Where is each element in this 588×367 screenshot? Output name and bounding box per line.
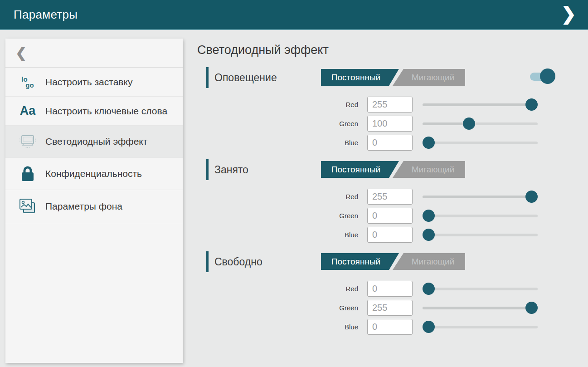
green-slider[interactable] [423,300,538,316]
red-slider[interactable] [423,189,538,205]
section-accent-bar [206,159,209,180]
lock-icon [17,165,38,182]
red-slider[interactable] [423,97,538,113]
background-images-icon [17,197,38,215]
blue-input[interactable] [367,135,413,151]
slider-track [423,103,538,106]
blue-input[interactable] [367,227,413,243]
logo-icon: logo [17,76,38,88]
green-label: Green [197,120,358,127]
notification-switch[interactable] [530,69,555,84]
green-label: Green [197,212,358,220]
blue-label: Blue [197,323,358,331]
section-label: Занято [214,164,248,176]
mode-constant-button[interactable]: Постоянный [321,69,399,86]
mode-blinking-button[interactable]: Мигающий [393,253,465,270]
slider-knob[interactable] [423,137,435,149]
slider-knob[interactable] [423,210,435,222]
section-label: Свободно [214,256,262,268]
mode-constant-button[interactable]: Постоянный [321,161,399,178]
blue-row: Blue [197,135,588,151]
section-accent-bar [206,251,209,272]
slider-track [423,196,538,198]
red-label: Red [197,285,358,293]
red-input[interactable] [367,189,413,205]
slider-track [423,326,538,328]
sidebar: ❮ logo Настроить заставку Aa Настроить к… [5,39,183,363]
app-header: Параметры ❯ [0,0,588,30]
slider-track [423,122,538,125]
sidebar-item-privacy[interactable]: Конфиденциальность [5,158,183,190]
green-slider[interactable] [423,208,538,224]
slider-track [423,142,538,144]
slider-track [423,215,538,217]
switch-knob [540,69,555,84]
mode-blinking-button[interactable]: Мигающий [393,161,465,178]
red-label: Red [197,193,358,201]
sidebar-item-background[interactable]: Параметры фона [5,190,183,223]
red-row: Red [197,189,588,205]
sidebar-item-led-effect[interactable]: Светодиодный эффект [5,126,183,158]
green-slider[interactable] [423,116,538,132]
red-input[interactable] [367,97,413,113]
sidebar-item-label: Светодиодный эффект [45,136,147,147]
red-input[interactable] [367,281,413,297]
blue-slider[interactable] [423,135,538,151]
section-accent-bar [206,67,209,88]
section-notification: Оповещение Постоянный Мигающий Red Green [197,67,588,151]
blue-row: Blue [197,319,588,335]
sidebar-item-label: Настроить заставку [45,76,132,88]
sidebar-item-label: Настроить ключевые слова [45,105,167,117]
page-title: Параметры [14,8,78,22]
sidebar-item-keywords[interactable]: Aa Настроить ключевые слова [5,97,183,126]
sidebar-back-button[interactable]: ❮ [5,39,183,68]
section-busy: Занято Постоянный Мигающий Red Green [197,159,588,243]
green-input[interactable] [367,300,413,316]
slider-knob[interactable] [423,229,435,241]
mode-constant-button[interactable]: Постоянный [321,253,399,270]
slider-track [423,307,538,309]
red-row: Red [197,97,588,113]
green-label: Green [197,304,358,312]
sidebar-item-label: Параметры фона [45,201,122,212]
mode-blinking-button[interactable]: Мигающий [393,69,465,86]
slider-knob[interactable] [423,321,435,333]
slider-knob[interactable] [525,191,538,203]
slider-knob[interactable] [525,98,538,111]
slider-knob[interactable] [525,302,538,314]
blue-input[interactable] [367,319,413,335]
blue-slider[interactable] [423,319,538,335]
section-label: Оповещение [214,72,277,84]
slider-knob[interactable] [423,283,435,295]
mode-toggle: Постоянный Мигающий [321,161,465,178]
led-monitor-icon [17,133,38,150]
mode-toggle: Постоянный Мигающий [321,69,465,86]
sidebar-item-splash-screen[interactable]: logo Настроить заставку [5,68,183,97]
content-title: Светодиодный эффект [197,43,588,60]
keywords-icon: Aa [17,104,38,118]
slider-knob[interactable] [463,117,475,130]
red-row: Red [197,281,588,297]
slider-track [423,234,538,236]
blue-row: Blue [197,227,588,243]
main-content: Светодиодный эффект Оповещение Постоянны… [197,43,588,335]
sidebar-item-label: Конфиденциальность [45,168,142,180]
green-row: Green [197,116,588,132]
green-input[interactable] [367,116,413,132]
red-slider[interactable] [423,281,538,297]
blue-label: Blue [197,139,358,147]
green-row: Green [197,300,588,316]
mode-toggle: Постоянный Мигающий [321,253,465,270]
forward-chevron-icon[interactable]: ❯ [561,5,576,24]
back-chevron-icon: ❮ [15,45,27,61]
blue-label: Blue [197,231,358,239]
slider-track [423,288,538,290]
blue-slider[interactable] [423,227,538,243]
red-label: Red [197,101,358,108]
green-input[interactable] [367,208,413,224]
green-row: Green [197,208,588,224]
section-free: Свободно Постоянный Мигающий Red Green [197,251,588,335]
